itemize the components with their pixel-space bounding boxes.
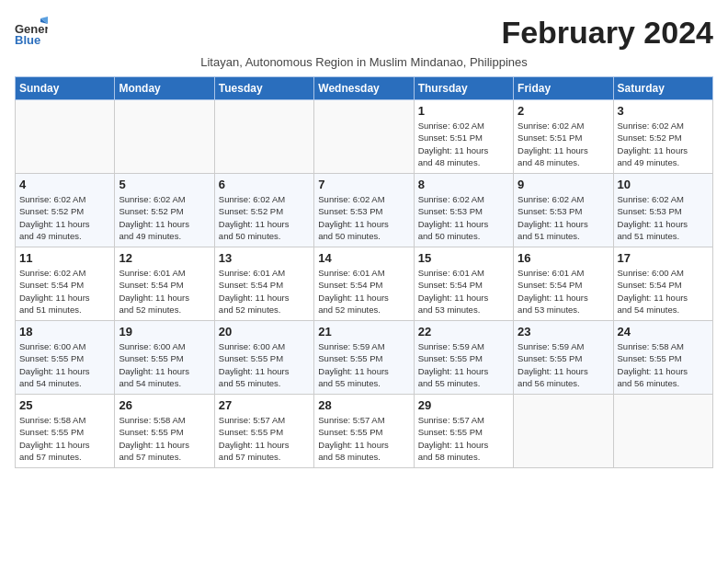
logo: General Blue — [15, 15, 48, 52]
calendar-cell: 22Sunrise: 5:59 AM Sunset: 5:55 PM Dayli… — [414, 321, 513, 395]
day-info: Sunrise: 6:01 AM Sunset: 5:54 PM Dayligh… — [219, 267, 310, 316]
day-number: 10 — [618, 178, 709, 191]
calendar-cell: 14Sunrise: 6:01 AM Sunset: 5:54 PM Dayli… — [314, 247, 414, 321]
calendar-body: 1Sunrise: 6:02 AM Sunset: 5:51 PM Daylig… — [16, 100, 713, 468]
day-info: Sunrise: 6:01 AM Sunset: 5:54 PM Dayligh… — [518, 267, 609, 316]
day-info: Sunrise: 5:58 AM Sunset: 5:55 PM Dayligh… — [119, 414, 210, 463]
day-info: Sunrise: 6:02 AM Sunset: 5:52 PM Dayligh… — [618, 120, 709, 168]
calendar-cell: 16Sunrise: 6:01 AM Sunset: 5:54 PM Dayli… — [514, 247, 613, 321]
calendar-cell: 3Sunrise: 6:02 AM Sunset: 5:52 PM Daylig… — [613, 100, 712, 174]
day-info: Sunrise: 5:58 AM Sunset: 5:55 PM Dayligh… — [618, 340, 709, 389]
day-info: Sunrise: 6:00 AM Sunset: 5:54 PM Dayligh… — [618, 267, 709, 316]
day-number: 20 — [219, 325, 310, 339]
calendar-cell: 1Sunrise: 6:02 AM Sunset: 5:51 PM Daylig… — [414, 100, 513, 174]
calendar-week-4: 18Sunrise: 6:00 AM Sunset: 5:55 PM Dayli… — [16, 321, 713, 395]
calendar-cell: 5Sunrise: 6:02 AM Sunset: 5:52 PM Daylig… — [115, 174, 214, 247]
day-number: 17 — [618, 251, 709, 265]
day-number: 27 — [219, 398, 310, 412]
day-number: 2 — [518, 104, 609, 118]
calendar-cell: 26Sunrise: 5:58 AM Sunset: 5:55 PM Dayli… — [115, 395, 214, 468]
day-info: Sunrise: 6:02 AM Sunset: 5:52 PM Dayligh… — [119, 193, 210, 242]
day-number: 6 — [219, 178, 310, 191]
day-info: Sunrise: 6:02 AM Sunset: 5:52 PM Dayligh… — [219, 193, 310, 242]
day-info: Sunrise: 6:02 AM Sunset: 5:51 PM Dayligh… — [418, 120, 509, 168]
calendar-cell: 24Sunrise: 5:58 AM Sunset: 5:55 PM Dayli… — [613, 321, 712, 395]
day-header-tuesday: Tuesday — [214, 77, 313, 100]
day-number: 21 — [318, 325, 409, 339]
calendar-cell: 2Sunrise: 6:02 AM Sunset: 5:51 PM Daylig… — [514, 100, 613, 174]
day-number: 25 — [19, 398, 110, 412]
day-header-sunday: Sunday — [16, 77, 115, 100]
day-number: 14 — [318, 251, 409, 265]
day-info: Sunrise: 5:57 AM Sunset: 5:55 PM Dayligh… — [418, 414, 509, 463]
calendar-header-row: SundayMondayTuesdayWednesdayThursdayFrid… — [16, 77, 713, 100]
calendar-cell: 19Sunrise: 6:00 AM Sunset: 5:55 PM Dayli… — [115, 321, 214, 395]
calendar-cell: 17Sunrise: 6:00 AM Sunset: 5:54 PM Dayli… — [613, 247, 712, 321]
day-info: Sunrise: 6:02 AM Sunset: 5:53 PM Dayligh… — [418, 193, 509, 242]
day-info: Sunrise: 5:57 AM Sunset: 5:55 PM Dayligh… — [318, 414, 409, 463]
calendar-cell: 7Sunrise: 6:02 AM Sunset: 5:53 PM Daylig… — [314, 174, 414, 247]
calendar-cell: 10Sunrise: 6:02 AM Sunset: 5:53 PM Dayli… — [613, 174, 712, 247]
day-number: 22 — [418, 325, 509, 339]
day-info: Sunrise: 6:00 AM Sunset: 5:55 PM Dayligh… — [219, 340, 310, 389]
day-header-monday: Monday — [115, 77, 214, 100]
calendar-cell: 13Sunrise: 6:01 AM Sunset: 5:54 PM Dayli… — [214, 247, 313, 321]
calendar-cell: 18Sunrise: 6:00 AM Sunset: 5:55 PM Dayli… — [16, 321, 115, 395]
calendar-cell: 28Sunrise: 5:57 AM Sunset: 5:55 PM Dayli… — [314, 395, 414, 468]
calendar-cell: 8Sunrise: 6:02 AM Sunset: 5:53 PM Daylig… — [414, 174, 513, 247]
calendar-cell — [613, 395, 712, 468]
page-header: General Blue February 2024 — [15, 15, 713, 52]
calendar-cell: 15Sunrise: 6:01 AM Sunset: 5:54 PM Dayli… — [414, 247, 513, 321]
calendar-week-2: 4Sunrise: 6:02 AM Sunset: 5:52 PM Daylig… — [16, 174, 713, 247]
day-number: 26 — [119, 398, 210, 412]
day-info: Sunrise: 6:00 AM Sunset: 5:55 PM Dayligh… — [119, 340, 210, 389]
calendar-cell — [16, 100, 115, 174]
day-number: 3 — [618, 104, 709, 118]
day-info: Sunrise: 6:01 AM Sunset: 5:54 PM Dayligh… — [418, 267, 509, 316]
calendar-cell — [214, 100, 313, 174]
svg-text:Blue: Blue — [15, 33, 40, 47]
day-info: Sunrise: 5:59 AM Sunset: 5:55 PM Dayligh… — [518, 340, 609, 389]
calendar-week-1: 1Sunrise: 6:02 AM Sunset: 5:51 PM Daylig… — [16, 100, 713, 174]
day-info: Sunrise: 6:02 AM Sunset: 5:51 PM Dayligh… — [518, 120, 609, 168]
calendar-cell: 4Sunrise: 6:02 AM Sunset: 5:52 PM Daylig… — [16, 174, 115, 247]
day-info: Sunrise: 6:02 AM Sunset: 5:53 PM Dayligh… — [618, 193, 709, 242]
day-info: Sunrise: 5:59 AM Sunset: 5:55 PM Dayligh… — [418, 340, 509, 389]
day-number: 13 — [219, 251, 310, 265]
day-header-saturday: Saturday — [613, 77, 712, 100]
day-info: Sunrise: 6:01 AM Sunset: 5:54 PM Dayligh… — [119, 267, 210, 316]
day-header-thursday: Thursday — [414, 77, 513, 100]
day-info: Sunrise: 6:02 AM Sunset: 5:53 PM Dayligh… — [318, 193, 409, 242]
month-title: February 2024 — [501, 15, 713, 51]
day-number: 24 — [618, 325, 709, 339]
day-number: 8 — [418, 178, 509, 191]
day-info: Sunrise: 5:57 AM Sunset: 5:55 PM Dayligh… — [219, 414, 310, 463]
day-number: 7 — [318, 178, 409, 191]
day-number: 19 — [119, 325, 210, 339]
calendar-cell — [514, 395, 613, 468]
day-number: 29 — [418, 398, 509, 412]
day-number: 12 — [119, 251, 210, 265]
calendar-cell: 23Sunrise: 5:59 AM Sunset: 5:55 PM Dayli… — [514, 321, 613, 395]
day-info: Sunrise: 5:58 AM Sunset: 5:55 PM Dayligh… — [19, 414, 110, 463]
calendar-cell — [314, 100, 414, 174]
calendar-week-5: 25Sunrise: 5:58 AM Sunset: 5:55 PM Dayli… — [16, 395, 713, 468]
calendar-cell: 11Sunrise: 6:02 AM Sunset: 5:54 PM Dayli… — [16, 247, 115, 321]
calendar-cell: 12Sunrise: 6:01 AM Sunset: 5:54 PM Dayli… — [115, 247, 214, 321]
day-number: 11 — [19, 251, 110, 265]
calendar-cell: 29Sunrise: 5:57 AM Sunset: 5:55 PM Dayli… — [414, 395, 513, 468]
day-info: Sunrise: 6:01 AM Sunset: 5:54 PM Dayligh… — [318, 267, 409, 316]
day-info: Sunrise: 6:02 AM Sunset: 5:54 PM Dayligh… — [19, 267, 110, 316]
day-number: 4 — [19, 178, 110, 191]
calendar-table: SundayMondayTuesdayWednesdayThursdayFrid… — [15, 76, 713, 468]
day-header-friday: Friday — [514, 77, 613, 100]
day-header-wednesday: Wednesday — [314, 77, 414, 100]
calendar-cell: 25Sunrise: 5:58 AM Sunset: 5:55 PM Dayli… — [16, 395, 115, 468]
day-number: 1 — [418, 104, 509, 118]
subtitle: Litayan, Autonomous Region in Muslim Min… — [15, 55, 713, 69]
calendar-week-3: 11Sunrise: 6:02 AM Sunset: 5:54 PM Dayli… — [16, 247, 713, 321]
calendar-cell: 20Sunrise: 6:00 AM Sunset: 5:55 PM Dayli… — [214, 321, 313, 395]
calendar-cell — [115, 100, 214, 174]
day-number: 28 — [318, 398, 409, 412]
day-info: Sunrise: 5:59 AM Sunset: 5:55 PM Dayligh… — [318, 340, 409, 389]
